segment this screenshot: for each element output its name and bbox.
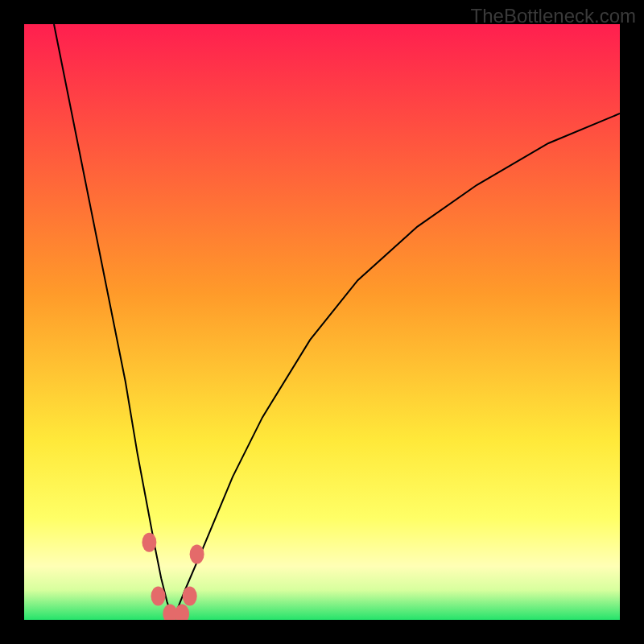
bottleneck-chart [24,24,620,620]
curve-marker [183,586,197,605]
chart-svg [24,24,620,620]
curve-marker [151,586,166,605]
curve-marker [142,533,156,552]
curve-marker [190,545,204,564]
